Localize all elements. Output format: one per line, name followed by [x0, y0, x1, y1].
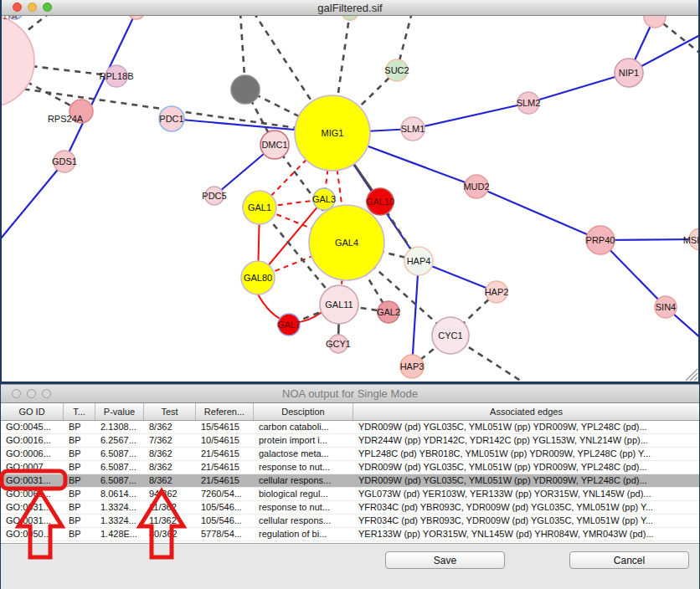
- graph-node-graynode[interactable]: [231, 75, 260, 104]
- table-cell: response to nut...: [254, 461, 353, 474]
- table-row[interactable]: GO:0050...BP1.428E...80/3625778/54...reg…: [1, 528, 699, 541]
- column-header-2[interactable]: P-value: [95, 403, 144, 420]
- clipped-node-label: 17A: [3, 16, 18, 21]
- column-header-1[interactable]: T...: [64, 403, 95, 420]
- table-row[interactable]: GO:0031...BP1.3324...11/362105/546...res…: [1, 501, 699, 515]
- column-header-4[interactable]: Referen...: [196, 403, 254, 420]
- table-cell: YDR009W (pd) YGL035C, YML051W (pp) YDR00…: [353, 421, 699, 433]
- graph-edge: [476, 187, 600, 240]
- table-cell: 105/546...: [196, 501, 254, 514]
- table-row[interactable]: GO:0016...BP6.2567...7/36210/54615protei…: [1, 434, 699, 448]
- table-cell: YFR034C (pd) YBR093C, YDR009W (pd) YGL03…: [353, 501, 699, 514]
- network-window: galFiltered.sif RPL18BRPS24AGDS1PDC1MIG1…: [2, 0, 698, 381]
- minimize-button[interactable]: [27, 389, 36, 398]
- graph-node-label: HAP3: [400, 361, 425, 371]
- table-cell: BP: [64, 515, 95, 527]
- table-row[interactable]: GO:0065...BP8.0614...94/3627260/54...bio…: [1, 488, 699, 501]
- minimize-button[interactable]: [28, 3, 37, 12]
- graph-node-label: GAL4: [335, 238, 358, 248]
- graph-edge: [413, 103, 528, 129]
- table-cell: GO:0006...: [1, 448, 64, 460]
- table-cell: 11/362: [144, 501, 196, 514]
- noa-titlebar[interactable]: NOA output for Single Mode: [1, 385, 699, 403]
- noa-traffic-lights: [12, 389, 51, 398]
- graph-node-label: CYC1: [438, 330, 462, 341]
- table-cell: 21/54615: [196, 461, 254, 474]
- table-cell: 7260/54...: [196, 488, 254, 500]
- graph-canvas[interactable]: RPL18BRPS24AGDS1PDC1MIG1DMC1SUC2SLM1SLM2…: [2, 16, 698, 382]
- table-cell: 8/362: [144, 421, 196, 433]
- table-cell: 8/362: [144, 448, 196, 460]
- table-cell: GO:0050...: [1, 528, 64, 540]
- table-cell: 21/54615: [196, 448, 254, 460]
- graph-node-label: GAL2: [377, 307, 400, 317]
- table-cell: 6.5087...: [95, 448, 144, 460]
- table-cell: GO:0045...: [1, 421, 64, 433]
- table-cell: YER133W (pp) YOR315W, YNL145W (pd) YHR08…: [353, 528, 699, 540]
- table-cell: 7/362: [144, 434, 196, 447]
- table-row[interactable]: GO:0031...BP1.3324...11/362105/546...cel…: [1, 515, 699, 528]
- column-header-0[interactable]: GO ID: [1, 403, 64, 420]
- graph-node-label: PRP40: [586, 235, 615, 245]
- table-cell: cellular respons...: [254, 474, 353, 487]
- table-cell: YDR244W (pp) YDR142C, YDR142C (pp) YGL15…: [353, 434, 699, 447]
- graph-node-label: GAL7: [277, 320, 301, 330]
- table-cell: YFR034C (pd) YBR093C, YDR009W (pd) YGL03…: [353, 515, 699, 527]
- network-titlebar[interactable]: galFiltered.sif: [2, 0, 698, 16]
- table-cell: GO:0031...: [1, 515, 64, 527]
- cancel-button[interactable]: Cancel: [569, 551, 689, 569]
- table-row[interactable]: GO:0007...BP6.5087...8/36221/54615respon…: [1, 461, 699, 474]
- graph-node-label: HAP2: [485, 287, 509, 297]
- table-cell: BP: [64, 421, 95, 433]
- zoom-button[interactable]: [42, 389, 51, 398]
- graph-node-label: SLM2: [517, 98, 541, 108]
- table-cell: GO:0065...: [1, 488, 64, 500]
- table-row[interactable]: GO:0031...BP6.5087...8/36221/54615cellul…: [1, 474, 699, 488]
- table-row[interactable]: GO:0006...BP6.5087...8/36221/54615galact…: [1, 448, 699, 461]
- zoom-button[interactable]: [43, 3, 52, 12]
- table-cell: GO:0007...: [1, 461, 64, 474]
- table-cell: BP: [64, 528, 95, 540]
- resize-grip-icon[interactable]: [686, 369, 697, 381]
- column-header-3[interactable]: Test: [144, 403, 196, 420]
- table-cell: 21/54615: [196, 474, 254, 487]
- graph-node-label: MUD2: [463, 182, 489, 192]
- table-cell: regulation of bi...: [254, 528, 353, 540]
- table-cell: 10/54615: [196, 434, 254, 447]
- network-window-title: galFiltered.sif: [317, 2, 382, 14]
- graph-node-label: GAL11: [325, 300, 353, 310]
- close-button[interactable]: [13, 3, 22, 12]
- graph-node-label: GCY1: [326, 339, 351, 349]
- noa-window-title: NOA output for Single Mode: [282, 387, 418, 400]
- table-cell: cellular respons...: [254, 515, 353, 527]
- close-button[interactable]: [12, 389, 21, 398]
- graph-node-topcenter[interactable]: [128, 16, 145, 19]
- save-button[interactable]: Save: [385, 551, 505, 569]
- graph-edge: [64, 16, 136, 161]
- table-cell: BP: [64, 501, 95, 514]
- graph-node-label: HAP4: [407, 256, 431, 266]
- table-cell: YDR009W (pd) YGL035C, YML051W (pp) YDR00…: [353, 474, 699, 487]
- table-cell: 8/362: [144, 474, 196, 487]
- table-cell: BP: [64, 474, 95, 487]
- table-row[interactable]: GO:0045...BP2.1308...8/36215/54615carbon…: [1, 421, 699, 434]
- table-cell: 8/362: [144, 461, 196, 474]
- graph-edge: [2, 161, 64, 243]
- table-cell: 6.5087...: [95, 474, 144, 487]
- graph-node-topright[interactable]: [644, 16, 666, 28]
- column-header-5[interactable]: Desciption: [254, 403, 353, 420]
- graph-node-label: DMC1: [261, 140, 287, 150]
- traffic-lights: [13, 3, 52, 12]
- column-header-6[interactable]: Associated edges: [353, 403, 699, 420]
- table-cell: YDR009W (pd) YGL035C, YML051W (pp) YDR00…: [353, 461, 699, 474]
- table-cell: biological regul...: [254, 488, 353, 500]
- table-cell: response to nut...: [254, 501, 353, 514]
- graph-node-label: SUC2: [384, 65, 409, 75]
- graph-node-topgreen[interactable]: [342, 16, 358, 20]
- graph-node-label: GAL80: [244, 273, 272, 283]
- table-cell: 11/362: [144, 515, 196, 527]
- graph-node-label: PDC5: [202, 191, 226, 201]
- table-cell: YGL073W (pd) YER103W, YER133W (pp) YOR31…: [353, 488, 699, 500]
- table-cell: 8.0614...: [95, 488, 144, 500]
- table-cell: GO:0031...: [1, 474, 64, 487]
